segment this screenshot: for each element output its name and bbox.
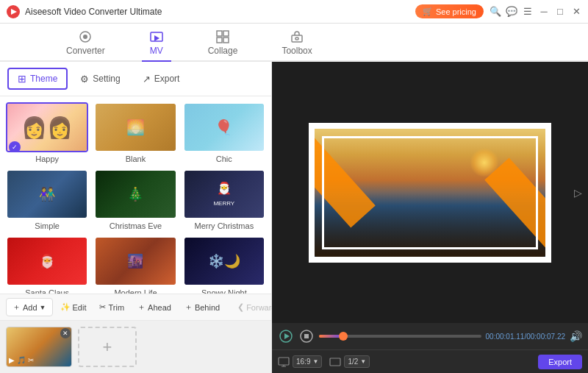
monitor-icon xyxy=(278,356,290,368)
volume-icon[interactable]: 🔊 xyxy=(570,330,582,342)
clip-audio-icon: 🎵 xyxy=(17,356,26,364)
stop-button[interactable] xyxy=(298,328,315,344)
setting-gear-icon: ⚙ xyxy=(80,74,89,85)
preview-inner xyxy=(315,129,545,257)
forward-icon: ❮ xyxy=(237,302,244,312)
export-button[interactable]: Export xyxy=(538,355,582,369)
add-dropdown-arrow: ▼ xyxy=(40,304,46,311)
behind-icon: ＋ xyxy=(184,302,193,313)
theme-christmas-eve[interactable]: 🎄 Christmas Eve xyxy=(94,169,176,230)
theme-thumb-modern-life[interactable]: 🌆 xyxy=(94,236,176,286)
svg-rect-5 xyxy=(223,31,229,36)
resolution-select[interactable]: 1/2 ▼ xyxy=(344,355,370,368)
theme-merry-christmas[interactable]: 🎅MERRY Merry Christmas xyxy=(183,169,265,230)
theme-thumb-merry-christmas[interactable]: 🎅MERRY xyxy=(183,169,265,219)
plus-icon: ＋ xyxy=(12,302,21,313)
nav-tabs: Converter MV Collage Toolbox xyxy=(0,24,588,62)
theme-thumb-chic[interactable]: 🎈 xyxy=(183,102,265,152)
theme-thumb-simple[interactable]: 👫 xyxy=(6,169,88,219)
theme-modern-life[interactable]: 🌆 Modern Life xyxy=(94,236,176,294)
theme-grid-icon: ⊞ xyxy=(18,73,26,85)
clip-cut-icon: ✂ xyxy=(28,356,34,364)
minimize-icon[interactable]: ─ xyxy=(538,6,550,18)
svg-rect-8 xyxy=(292,35,302,42)
timeline-clip-1[interactable]: ✕ ▶ 🎵 ✂ xyxy=(6,327,72,367)
preview-video xyxy=(309,123,551,263)
clip-icons: ▶ 🎵 ✂ xyxy=(9,356,34,364)
title-bar: Aiseesoft Video Converter Ultimate 🛒 See… xyxy=(0,0,588,24)
progress-bar[interactable] xyxy=(319,335,481,338)
edit-icon: ✨ xyxy=(60,302,71,312)
add-button[interactable]: ＋ Add ▼ xyxy=(6,298,53,316)
tab-collage[interactable]: Collage xyxy=(201,25,245,62)
cart-icon: 🛒 xyxy=(423,7,433,16)
timeline-area: ✕ ▶ 🎵 ✂ + xyxy=(0,320,271,373)
sub-tab-theme[interactable]: ⊞ Theme xyxy=(7,68,68,90)
behind-button[interactable]: ＋ Behind xyxy=(179,299,226,316)
theme-santa-claus[interactable]: 🎅 Santa Claus xyxy=(6,236,88,294)
ahead-button[interactable]: ＋ Ahead xyxy=(132,299,177,316)
svg-marker-11 xyxy=(284,333,290,339)
preview-frame xyxy=(309,123,551,263)
sub-tab-setting[interactable]: ⚙ Setting xyxy=(71,69,129,89)
resolution-dropdown-arrow: ▼ xyxy=(360,358,366,365)
controls-bar: 00:00:01.11/00:00:07.22 🔊 xyxy=(272,323,588,349)
theme-chic[interactable]: 🎈 Chic xyxy=(183,102,265,163)
left-panel: ⊞ Theme ⚙ Setting ↗ Export xyxy=(0,62,272,373)
trim-button[interactable]: ✂ Trim xyxy=(93,299,130,315)
controls-row2: 16:9 ▼ 1/2 ▼ Export xyxy=(272,349,588,373)
display-icon xyxy=(329,356,341,368)
svg-rect-14 xyxy=(279,358,289,365)
right-panel: ▷ 00:00:01.11/00:00:07.22 xyxy=(272,62,588,373)
sub-tabs: ⊞ Theme ⚙ Setting ↗ Export xyxy=(0,62,271,96)
edit-button[interactable]: ✨ Edit xyxy=(54,299,93,315)
svg-rect-7 xyxy=(223,38,229,43)
play-button[interactable] xyxy=(278,328,294,344)
svg-point-2 xyxy=(83,35,87,39)
theme-thumb-santa-claus[interactable]: 🎅 xyxy=(6,236,88,286)
message-icon[interactable]: 💬 xyxy=(506,6,517,18)
time-display: 00:00:01.11/00:00:07.22 xyxy=(486,333,565,341)
ratio-dropdown-arrow: ▼ xyxy=(312,358,318,365)
themes-container: 👩‍👩 ✓ Happy 🌅 xyxy=(0,96,271,294)
svg-rect-15 xyxy=(330,358,340,366)
progress-thumb[interactable] xyxy=(339,332,348,341)
see-pricing-button[interactable]: 🛒 See pricing xyxy=(415,4,484,18)
ahead-icon: ＋ xyxy=(137,302,146,313)
bottom-toolbar: ＋ Add ▼ ✨ Edit ✂ Trim ＋ Ahead ＋ Behind xyxy=(0,294,271,320)
tab-converter[interactable]: Converter xyxy=(59,25,112,62)
add-clip-button[interactable]: + xyxy=(78,327,137,367)
svg-rect-6 xyxy=(217,38,222,43)
theme-thumb-blank[interactable]: 🌅 xyxy=(94,102,176,152)
theme-thumb-snowy-night[interactable]: ❄️🌙 xyxy=(183,236,265,286)
menu-icon[interactable]: ☰ xyxy=(522,6,534,18)
search-icon[interactable]: 🔍 xyxy=(490,6,501,18)
app-title: Aiseesoft Video Converter Ultimate xyxy=(25,7,415,17)
preview-nav-arrow[interactable]: ▷ xyxy=(574,187,582,199)
preview-area: ▷ xyxy=(272,62,588,323)
theme-thumb-christmas-eve[interactable]: 🎄 xyxy=(94,169,176,219)
tab-toolbox[interactable]: Toolbox xyxy=(274,25,319,62)
scissors-icon: ✂ xyxy=(99,302,106,312)
clip-close-button[interactable]: ✕ xyxy=(60,328,71,338)
ratio-select[interactable]: 16:9 ▼ xyxy=(293,355,322,368)
clip-video-icon: ▶ xyxy=(9,356,15,364)
theme-snowy-night[interactable]: ❄️🌙 Snowy Night xyxy=(183,236,265,294)
export-arrow-icon: ↗ xyxy=(143,74,151,85)
theme-blank[interactable]: 🌅 Blank xyxy=(94,102,176,163)
close-icon[interactable]: ✕ xyxy=(570,6,582,18)
maximize-icon[interactable]: □ xyxy=(554,6,566,18)
main-layout: ⊞ Theme ⚙ Setting ↗ Export xyxy=(0,62,588,373)
svg-rect-13 xyxy=(304,334,309,338)
theme-simple[interactable]: 👫 Simple xyxy=(6,169,88,230)
sub-tab-export[interactable]: ↗ Export xyxy=(133,69,190,89)
add-clip-plus-icon: + xyxy=(103,338,112,357)
theme-thumb-happy[interactable]: 👩‍👩 ✓ xyxy=(6,102,88,152)
tab-mv[interactable]: MV xyxy=(142,25,171,62)
svg-rect-9 xyxy=(295,38,298,40)
theme-happy[interactable]: 👩‍👩 ✓ Happy xyxy=(6,102,88,163)
themes-grid: 👩‍👩 ✓ Happy 🌅 xyxy=(6,102,265,294)
title-bar-controls: 🔍 💬 ☰ ─ □ ✕ xyxy=(490,6,582,18)
svg-rect-4 xyxy=(217,31,222,36)
inner-frame xyxy=(322,136,538,249)
